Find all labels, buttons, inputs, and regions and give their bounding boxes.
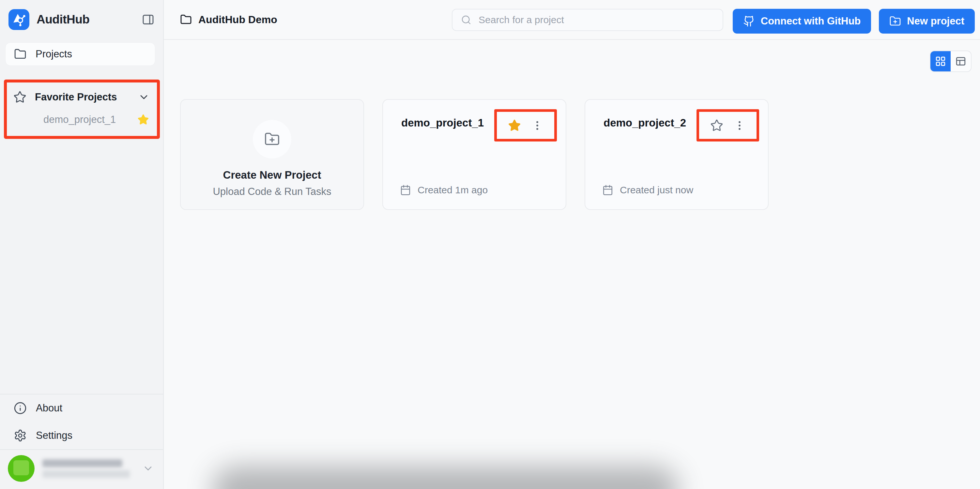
gear-icon [14,429,27,442]
favorite-project-item[interactable]: demo_project_1 [13,109,152,130]
project-card-2[interactable]: demo_project_2 Created just now [585,99,768,210]
favorite-star-button[interactable] [710,119,723,132]
info-icon [14,402,27,415]
view-toggle [930,51,972,72]
user-info-redacted [42,459,130,478]
favorite-projects-header[interactable]: Favorite Projects [13,87,152,107]
star-outline-icon [710,119,723,132]
project-cards: Create New Project Upload Code & Run Tas… [180,99,768,210]
content: Create New Project Upload Code & Run Tas… [164,40,980,489]
folder-plus-icon [264,132,280,147]
project-name: demo_project_1 [401,117,484,129]
kebab-menu-icon [531,120,543,132]
create-card-subtitle: Upload Code & Run Tasks [213,186,331,198]
new-project-label: New project [907,15,964,27]
panel-right-icon [142,13,154,26]
star-filled-icon [508,119,521,132]
calendar-icon [602,184,613,195]
sidebar-spacer [0,139,163,394]
sidebar-item-projects-label: Projects [35,48,72,60]
topbar-actions: Connect with GitHub New project [733,9,975,33]
grid-view-button[interactable] [931,51,951,71]
project-created-label: Created 1m ago [418,184,488,195]
sidebar-item-projects[interactable]: Projects [5,42,155,66]
new-project-button[interactable]: New project [879,9,975,33]
star-outline-icon [13,90,26,104]
favorite-project-name: demo_project_1 [43,114,116,125]
connect-github-button[interactable]: Connect with GitHub [733,9,871,33]
topbar: AuditHub Demo Connect with GitHub New pr… [164,0,980,40]
search-icon [461,15,471,25]
search-input[interactable] [478,14,722,26]
favorite-projects-label: Favorite Projects [35,91,117,103]
grid-icon [935,56,946,67]
sidebar-item-about[interactable]: About [0,394,163,422]
sidebar: AuditHub Projects Favorite Projects demo… [0,0,164,489]
project-created: Created just now [602,184,693,195]
user-email-redacted [42,470,130,478]
star-filled-gold-icon[interactable] [137,114,149,125]
app-title: AuditHub [37,13,89,26]
create-new-project-card[interactable]: Create New Project Upload Code & Run Tas… [180,99,364,210]
favorite-star-button-active[interactable] [508,119,521,132]
sidebar-item-settings[interactable]: Settings [0,422,163,449]
project-menu-button[interactable] [531,120,543,132]
annotation-box-project-1-actions [494,109,557,141]
annotation-box-favorite-projects: Favorite Projects demo_project_1 [4,79,160,139]
folder-icon [180,14,192,25]
settings-label: Settings [36,430,72,441]
breadcrumb-label: AuditHub Demo [198,14,277,26]
annotation-box-project-2-actions [697,109,759,141]
user-menu[interactable] [0,450,163,489]
breadcrumb: AuditHub Demo [180,0,277,39]
folder-icon [14,48,26,60]
brand: AuditHub [0,0,163,30]
table-view-button[interactable] [951,51,971,71]
github-icon [743,15,755,27]
kebab-menu-icon [734,120,745,132]
audithub-app: AuditHub Projects Favorite Projects demo… [0,0,980,489]
project-created: Created 1m ago [400,184,488,195]
audithub-logo-icon [8,9,29,30]
create-card-title: Create New Project [223,169,321,181]
calendar-icon [400,184,411,195]
project-created-label: Created just now [620,184,693,195]
project-menu-button[interactable] [734,120,745,132]
about-label: About [36,402,62,414]
folder-plus-icon [889,15,901,27]
project-card-1[interactable]: demo_project_1 Created 1m ago [382,99,566,210]
connect-github-label: Connect with GitHub [761,15,861,27]
table-icon [955,56,966,67]
sidebar-collapse-button[interactable] [142,13,154,26]
project-name: demo_project_2 [603,117,686,129]
chevron-down-icon[interactable] [142,463,154,474]
chevron-down-icon[interactable] [138,91,150,103]
folder-plus-circle [253,120,291,159]
user-name-redacted [42,459,123,467]
avatar [8,455,35,482]
project-search [452,9,723,31]
main-area: AuditHub Demo Connect with GitHub New pr… [164,0,980,489]
